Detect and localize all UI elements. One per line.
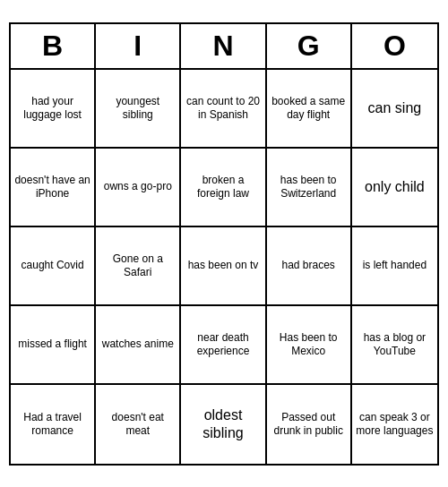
bingo-cell-23[interactable]: Passed out drunk in public (267, 385, 352, 464)
bingo-cell-5[interactable]: doesn't have an iPhone (11, 149, 96, 227)
bingo-cell-14[interactable]: is left handed (352, 227, 437, 306)
header-letter-n: N (181, 24, 266, 68)
bingo-cell-10[interactable]: caught Covid (11, 227, 96, 306)
bingo-grid: had your luggage lostyoungest siblingcan… (11, 70, 437, 464)
bingo-cell-3[interactable]: booked a same day flight (267, 70, 352, 149)
bingo-header: BINGO (11, 24, 437, 70)
bingo-cell-1[interactable]: youngest sibling (96, 70, 181, 149)
bingo-cell-13[interactable]: had braces (267, 227, 352, 306)
bingo-cell-21[interactable]: doesn't eat meat (96, 385, 181, 464)
bingo-cell-7[interactable]: broken a foreign law (181, 149, 266, 227)
bingo-cell-19[interactable]: has a blog or YouTube (352, 306, 437, 385)
bingo-cell-24[interactable]: can speak 3 or more languages (352, 385, 437, 464)
bingo-card: BINGO had your luggage lostyoungest sibl… (9, 22, 439, 466)
bingo-cell-0[interactable]: had your luggage lost (11, 70, 96, 149)
bingo-cell-22[interactable]: oldest sibling (181, 385, 266, 464)
header-letter-i: I (96, 24, 181, 68)
bingo-cell-16[interactable]: watches anime (96, 306, 181, 385)
bingo-cell-4[interactable]: can sing (352, 70, 437, 149)
header-letter-g: G (267, 24, 352, 68)
bingo-cell-6[interactable]: owns a go-pro (96, 149, 181, 227)
bingo-cell-15[interactable]: missed a flight (11, 306, 96, 385)
bingo-cell-20[interactable]: Had a travel romance (11, 385, 96, 464)
header-letter-o: O (352, 24, 437, 68)
bingo-cell-2[interactable]: can count to 20 in Spanish (181, 70, 266, 149)
bingo-cell-12[interactable]: has been on tv (181, 227, 266, 306)
bingo-cell-11[interactable]: Gone on a Safari (96, 227, 181, 306)
header-letter-b: B (11, 24, 96, 68)
bingo-cell-17[interactable]: near death experience (181, 306, 266, 385)
bingo-cell-18[interactable]: Has been to Mexico (267, 306, 352, 385)
bingo-cell-9[interactable]: only child (352, 149, 437, 227)
bingo-cell-8[interactable]: has been to Switzerland (267, 149, 352, 227)
